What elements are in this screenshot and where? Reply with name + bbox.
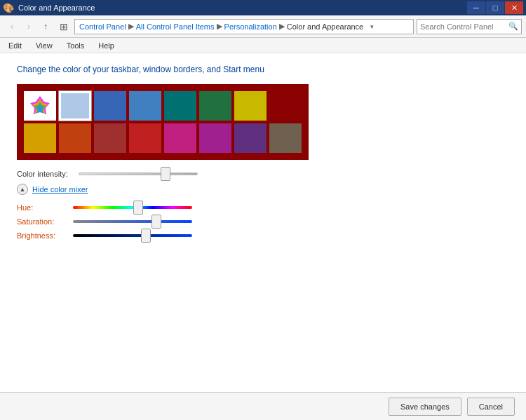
color-swatch-gray[interactable] [269, 123, 302, 153]
intensity-slider[interactable] [79, 172, 198, 175]
breadcrumb: Control Panel ▶ All Control Panel Items … [74, 19, 414, 34]
color-intensity-row: Color intensity: [17, 170, 509, 178]
page-description: Change the color of your taskbar, window… [17, 65, 509, 74]
nav-arrows: ‹ › ↑ [4, 19, 53, 34]
maximize-button[interactable]: □ [486, 1, 504, 14]
window-controls: ─ □ ✕ [467, 1, 523, 14]
color-swatch-orange[interactable] [59, 123, 91, 153]
color-swatch-light-blue[interactable] [59, 91, 91, 121]
color-row-2 [24, 123, 302, 153]
search-input[interactable] [420, 22, 508, 31]
menu-bar: Edit View Tools Help [0, 38, 526, 53]
main-content: Change the color of your taskbar, window… [0, 53, 526, 392]
breadcrumb-control-panel[interactable]: Control Panel [79, 22, 126, 31]
color-swatch-red[interactable] [129, 123, 161, 153]
color-swatch-steel-blue[interactable] [129, 91, 161, 121]
search-bar: 🔍 [417, 19, 522, 34]
color-swatch-teal[interactable] [164, 91, 196, 121]
breadcrumb-sep-3: ▶ [279, 22, 285, 31]
up-button[interactable]: ↑ [38, 19, 53, 34]
color-swatch-magenta[interactable] [199, 123, 231, 153]
close-button[interactable]: ✕ [505, 1, 523, 14]
menu-view[interactable]: View [33, 40, 55, 51]
color-swatch-yellow-green[interactable] [234, 91, 267, 121]
window-title: Color and Appearance [18, 4, 95, 12]
forward-button[interactable]: › [21, 19, 36, 34]
color-swatch-yellow[interactable] [24, 123, 56, 153]
breadcrumb-sep-2: ▶ [217, 22, 222, 31]
minimize-button[interactable]: ─ [467, 1, 485, 14]
menu-edit[interactable]: Edit [6, 40, 25, 51]
saturation-row: Saturation: [17, 217, 509, 226]
mixer-toggle[interactable]: ▲ Hide color mixer [17, 184, 509, 195]
color-swatch-blue[interactable] [94, 91, 126, 121]
saturation-slider[interactable] [73, 220, 192, 223]
back-button[interactable]: ‹ [4, 19, 20, 34]
menu-tools[interactable]: Tools [64, 40, 88, 51]
hue-label: Hue: [17, 203, 73, 212]
color-swatch-purple[interactable] [234, 123, 267, 153]
window-icon: 🎨 [3, 3, 14, 13]
brightness-slider[interactable] [73, 234, 192, 237]
home-button[interactable]: ⊞ [56, 19, 72, 34]
intensity-label: Color intensity: [17, 170, 73, 178]
color-swatch-green[interactable] [199, 91, 231, 121]
menu-help[interactable]: Help [95, 40, 117, 51]
color-row-1 [24, 91, 302, 121]
color-swatch-pink[interactable] [164, 123, 196, 153]
brightness-row: Brightness: [17, 231, 509, 240]
breadcrumb-all-items[interactable]: All Control Panel Items [136, 22, 215, 31]
mixer-toggle-icon: ▲ [17, 184, 28, 195]
nav-bar: ‹ › ↑ ⊞ Control Panel ▶ All Control Pane… [0, 15, 526, 38]
breadcrumb-current: Color and Appearance [287, 22, 363, 31]
color-swatch-dark-red[interactable] [94, 123, 126, 153]
bottom-bar: Save changes Cancel [0, 392, 526, 420]
color-palette [17, 84, 309, 160]
saturation-label: Saturation: [17, 217, 73, 226]
title-bar: 🎨 Color and Appearance ─ □ ✕ [0, 0, 526, 15]
hue-slider[interactable] [73, 206, 192, 209]
breadcrumb-sep-1: ▶ [128, 22, 134, 31]
search-button[interactable]: 🔍 [508, 22, 518, 31]
hue-row: Hue: [17, 203, 509, 212]
save-changes-button[interactable]: Save changes [389, 398, 461, 416]
cancel-button[interactable]: Cancel [467, 398, 515, 416]
breadcrumb-dropdown-button[interactable]: ▾ [366, 20, 377, 34]
brightness-label: Brightness: [17, 231, 73, 240]
custom-color-swatch[interactable] [24, 91, 56, 121]
breadcrumb-personalization[interactable]: Personalization [224, 22, 277, 31]
mixer-toggle-label[interactable]: Hide color mixer [32, 185, 88, 194]
